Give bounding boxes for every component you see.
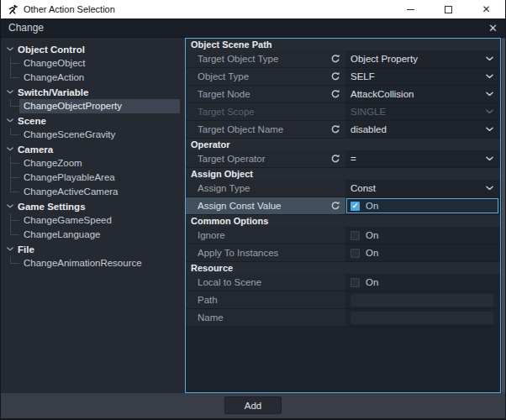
property-value-cell: On xyxy=(345,244,500,261)
revert-icon[interactable] xyxy=(330,201,340,211)
section-header-common-options: Common Options xyxy=(186,215,500,227)
tree-category-scene[interactable]: Scene xyxy=(1,113,185,128)
property-label: Assign Const Value xyxy=(198,201,282,211)
inspector-empty-area xyxy=(186,327,500,392)
tree-item-change-game-speed[interactable]: ChangeGameSpeed xyxy=(19,213,180,228)
property-value-cell xyxy=(345,309,500,326)
other-action-selection-dialog: Other Action Selection ✕ Change ✕ Object… xyxy=(0,0,506,420)
chevron-down-icon xyxy=(486,127,493,132)
chevron-down-icon xyxy=(486,109,493,114)
window-controls: ✕ xyxy=(392,0,505,18)
checkbox-apply-to-instances[interactable] xyxy=(351,249,360,258)
property-value-cell: On xyxy=(345,227,500,244)
tree-item-change-object-property[interactable]: ChangeObjectProperty xyxy=(19,99,180,113)
revert-icon[interactable] xyxy=(330,154,340,164)
tree-category-game-settings[interactable]: Game Settings xyxy=(1,199,185,213)
tree-category-label: Game Settings xyxy=(18,202,86,212)
minimize-icon xyxy=(407,9,414,10)
tree-item-change-scene-gravity[interactable]: ChangeSceneGravity xyxy=(19,128,180,142)
dropdown-target-object-name[interactable]: disabled xyxy=(345,121,500,138)
tree-item-change-action[interactable]: ChangeAction xyxy=(19,71,180,85)
dropdown-object-type[interactable]: SELF xyxy=(345,68,500,85)
tree-category-switch-variable[interactable]: Switch/Variable xyxy=(1,85,185,99)
checkbox-label: On xyxy=(366,230,378,240)
dropdown-assign-type[interactable]: Const xyxy=(345,180,500,197)
dropdown-value: Const xyxy=(351,183,376,193)
add-button[interactable]: Add xyxy=(224,396,282,414)
dropdown-value: disabled xyxy=(351,124,387,134)
close-button[interactable]: ✕ xyxy=(467,0,505,18)
dropdown-value: = xyxy=(351,154,356,164)
checkbox-label: On xyxy=(366,201,378,211)
property-row-assign-const-value: Assign Const ValueOn xyxy=(186,197,500,215)
property-label-cell: Target Scope xyxy=(186,103,345,120)
dialog-footer: Add xyxy=(1,393,505,418)
revert-icon[interactable] xyxy=(330,124,340,134)
tree-category-label: Scene xyxy=(18,116,46,126)
property-label-cell: Ignore xyxy=(186,227,345,244)
text-field-path[interactable] xyxy=(351,294,493,307)
tree-item-change-playable-area[interactable]: ChangePlayableArea xyxy=(19,171,180,185)
checkbox-ignore[interactable] xyxy=(351,231,360,240)
revert-icon[interactable] xyxy=(330,54,340,64)
property-label: Target Scope xyxy=(198,107,255,117)
tree-item-change-zoom[interactable]: ChangeZoom xyxy=(19,156,180,171)
property-value-cell: On xyxy=(345,197,500,214)
chevron-down-icon xyxy=(486,92,493,97)
chevron-down-icon xyxy=(7,204,13,208)
panel-header: Change ✕ xyxy=(1,18,505,38)
tree-item-change-object[interactable]: ChangeObject xyxy=(19,56,180,71)
tree-item-change-animation-resource[interactable]: ChangeAnimationResource xyxy=(19,256,180,270)
revert-icon[interactable] xyxy=(330,89,340,99)
text-field-name[interactable] xyxy=(351,312,493,324)
property-label-cell: Target Operator xyxy=(186,150,345,167)
dropdown-target-scope[interactable]: SINGLE xyxy=(345,103,500,120)
tree-category-object-control[interactable]: Object Control xyxy=(1,42,185,56)
section-header-operator: Operator xyxy=(186,139,500,150)
chevron-down-icon xyxy=(486,156,493,161)
chevron-down-icon xyxy=(486,56,493,61)
dropdown-target-node[interactable]: AttackCollision xyxy=(345,86,500,102)
property-label: Local to Scene xyxy=(198,277,261,287)
focused-value-box: On xyxy=(346,198,498,213)
dialog-content: Object ControlChangeObjectChangeActionSw… xyxy=(1,38,505,393)
property-label-cell: Assign Type xyxy=(186,180,345,197)
revert-icon[interactable] xyxy=(330,71,340,81)
tree-item-change-language[interactable]: ChangeLanguage xyxy=(19,228,180,242)
property-label: Target Operator xyxy=(198,154,266,164)
tree-children-camera: ChangeZoomChangePlayableAreaChangeActive… xyxy=(1,156,185,199)
property-row-target-scope: Target ScopeSINGLE xyxy=(186,103,500,121)
maximize-button[interactable] xyxy=(430,0,467,18)
property-label-cell: Object Type xyxy=(186,68,345,85)
property-row-apply-to-instances: Apply To InstancesOn xyxy=(186,244,500,262)
tree-category-label: Object Control xyxy=(18,45,85,55)
property-label-cell: Apply To Instances xyxy=(186,244,345,261)
checkbox-local-to-scene[interactable] xyxy=(351,278,360,287)
property-label: Target Object Type xyxy=(198,54,278,64)
tree-item-change-active-camera[interactable]: ChangeActiveCamera xyxy=(19,185,180,199)
property-label: Path xyxy=(198,295,218,305)
minimize-button[interactable] xyxy=(392,0,430,18)
property-row-target-operator: Target Operator= xyxy=(186,150,500,168)
checkbox-assign-const-value[interactable] xyxy=(351,202,360,211)
property-label-cell: Name xyxy=(186,309,345,326)
chevron-down-icon xyxy=(7,118,13,123)
close-icon: ✕ xyxy=(482,4,490,14)
vertical-scrollbar[interactable] xyxy=(502,38,505,393)
tree-children-game-settings: ChangeGameSpeedChangeLanguage xyxy=(1,213,185,242)
panel-close-icon[interactable]: ✕ xyxy=(488,23,498,34)
property-row-path: Path xyxy=(186,291,500,309)
tree-category-camera[interactable]: Camera xyxy=(1,142,185,156)
dropdown-value: SINGLE xyxy=(351,107,386,117)
section-header-object-scene-path: Object Scene Path xyxy=(186,39,500,50)
property-label: Target Object Name xyxy=(198,124,283,134)
property-label: Ignore xyxy=(198,230,225,240)
window-title: Other Action Selection xyxy=(24,4,115,14)
tree-children-file: ChangeAnimationResource xyxy=(1,256,185,270)
dropdown-target-operator[interactable]: = xyxy=(345,150,500,167)
tree-category-file[interactable]: File xyxy=(1,242,185,256)
property-row-target-object-name: Target Object Namedisabled xyxy=(186,121,500,139)
scrollbar-thumb[interactable] xyxy=(502,38,505,393)
property-inspector: Object Scene PathTarget Object TypeObjec… xyxy=(185,38,501,393)
dropdown-target-object-type[interactable]: Object Property xyxy=(345,50,500,67)
